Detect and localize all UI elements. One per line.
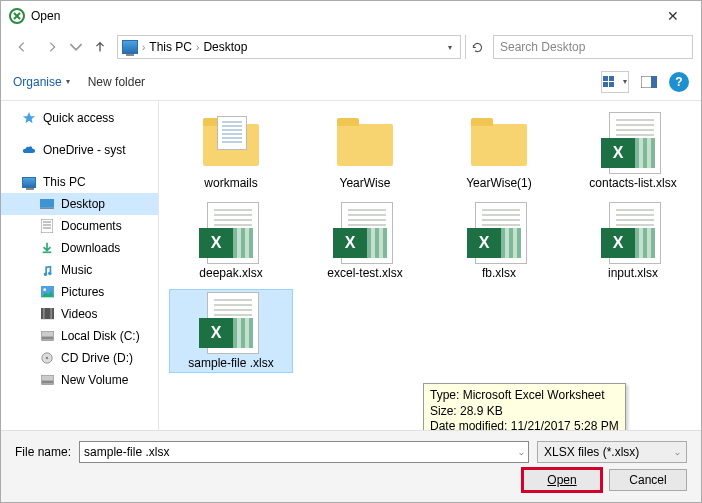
help-button[interactable]: ?: [669, 72, 689, 92]
sidebar-item-onedrive[interactable]: OneDrive - syst: [1, 139, 158, 161]
address-dropdown[interactable]: ▾: [448, 43, 456, 52]
svg-rect-2: [609, 76, 614, 81]
svg-rect-3: [603, 82, 608, 87]
pc-icon: [122, 40, 138, 54]
navigation-pane: Quick access OneDrive - syst This PC Des…: [1, 101, 159, 430]
svg-point-15: [43, 289, 46, 292]
star-icon: [21, 111, 37, 125]
videos-icon: [39, 307, 55, 321]
folder-item[interactable]: YearWise: [303, 109, 427, 193]
refresh-button[interactable]: [465, 35, 489, 59]
sidebar-item-videos[interactable]: Videos: [1, 303, 158, 325]
sidebar-item-desktop[interactable]: Desktop: [1, 193, 158, 215]
sidebar-item-localdisk[interactable]: Local Disk (C:): [1, 325, 158, 347]
file-item[interactable]: excel-test.xlsx: [303, 199, 427, 283]
crumb-thispc[interactable]: This PC: [149, 40, 192, 54]
file-item-selected[interactable]: sample-file .xlsx: [169, 289, 293, 373]
drive-icon: [39, 329, 55, 343]
desktop-icon: [39, 197, 55, 211]
titlebar: Open ✕: [1, 1, 701, 31]
svg-rect-1: [603, 76, 608, 81]
new-folder-button[interactable]: New folder: [88, 75, 145, 89]
organise-menu[interactable]: Organise ▾: [13, 75, 70, 89]
chevron-down-icon[interactable]: ⌵: [519, 448, 524, 457]
app-icon: [9, 8, 25, 24]
excel-icon: [199, 228, 233, 258]
sidebar-item-pictures[interactable]: Pictures: [1, 281, 158, 303]
svg-rect-4: [609, 82, 614, 87]
svg-point-22: [46, 357, 49, 360]
open-button[interactable]: Open: [523, 469, 601, 491]
file-item[interactable]: deepak.xlsx: [169, 199, 293, 283]
file-item[interactable]: contacts-list.xlsx: [571, 109, 695, 193]
address-bar[interactable]: › This PC › Desktop ▾: [117, 35, 461, 59]
excel-icon: [199, 318, 233, 348]
file-list[interactable]: workmails YearWise YearWise(1) contacts-…: [159, 101, 701, 430]
excel-icon: [467, 228, 501, 258]
forward-button[interactable]: [39, 35, 65, 59]
drive-icon: [39, 373, 55, 387]
nav-bar: › This PC › Desktop ▾ Search Desktop: [1, 31, 701, 63]
window-title: Open: [31, 9, 653, 23]
close-button[interactable]: ✕: [653, 8, 693, 24]
pictures-icon: [39, 285, 55, 299]
crumb-desktop[interactable]: Desktop: [203, 40, 247, 54]
sidebar-item-quick-access[interactable]: Quick access: [1, 107, 158, 129]
music-icon: [39, 263, 55, 277]
view-button[interactable]: ▾: [601, 71, 629, 93]
preview-pane-button[interactable]: [635, 71, 663, 93]
sidebar-item-music[interactable]: Music: [1, 259, 158, 281]
back-button[interactable]: [9, 35, 35, 59]
sidebar-item-cddrive[interactable]: CD Drive (D:): [1, 347, 158, 369]
svg-rect-9: [41, 219, 53, 233]
svg-rect-6: [651, 76, 657, 88]
sidebar-item-downloads[interactable]: Downloads: [1, 237, 158, 259]
pc-icon: [21, 175, 37, 189]
filetype-filter[interactable]: XLSX files (*.xlsx) ⌵: [537, 441, 687, 463]
chevron-down-icon: ⌵: [675, 448, 680, 457]
sidebar-item-newvolume[interactable]: New Volume: [1, 369, 158, 391]
search-placeholder: Search Desktop: [500, 40, 585, 54]
dialog-footer: File name: sample-file .xlsx ⌵ XLSX file…: [1, 430, 701, 502]
recent-dropdown[interactable]: [69, 35, 83, 59]
folder-item[interactable]: YearWise(1): [437, 109, 561, 193]
toolbar: Organise ▾ New folder ▾ ?: [1, 63, 701, 101]
excel-icon: [601, 228, 635, 258]
sidebar-item-documents[interactable]: Documents: [1, 215, 158, 237]
excel-icon: [333, 228, 367, 258]
folder-item[interactable]: workmails: [169, 109, 293, 193]
search-input[interactable]: Search Desktop: [493, 35, 693, 59]
chevron-down-icon: ▾: [623, 77, 627, 86]
downloads-icon: [39, 241, 55, 255]
up-button[interactable]: [87, 35, 113, 59]
chevron-right-icon: ›: [196, 42, 199, 53]
file-item[interactable]: fb.xlsx: [437, 199, 561, 283]
svg-rect-8: [40, 208, 54, 210]
sidebar-item-thispc[interactable]: This PC: [1, 171, 158, 193]
documents-icon: [39, 219, 55, 233]
svg-rect-24: [41, 381, 52, 384]
svg-rect-18: [50, 308, 52, 319]
file-item[interactable]: input.xlsx: [571, 199, 695, 283]
cancel-button[interactable]: Cancel: [609, 469, 687, 491]
file-tooltip: Type: Microsoft Excel Worksheet Size: 28…: [423, 383, 626, 430]
excel-icon: [601, 138, 635, 168]
svg-rect-20: [41, 337, 52, 340]
chevron-right-icon: ›: [142, 42, 145, 53]
filename-label: File name:: [15, 445, 71, 459]
chevron-down-icon: ▾: [66, 77, 70, 86]
svg-rect-17: [42, 308, 44, 319]
disc-icon: [39, 351, 55, 365]
svg-rect-7: [40, 199, 54, 208]
filename-input[interactable]: sample-file .xlsx ⌵: [79, 441, 529, 463]
cloud-icon: [21, 143, 37, 157]
